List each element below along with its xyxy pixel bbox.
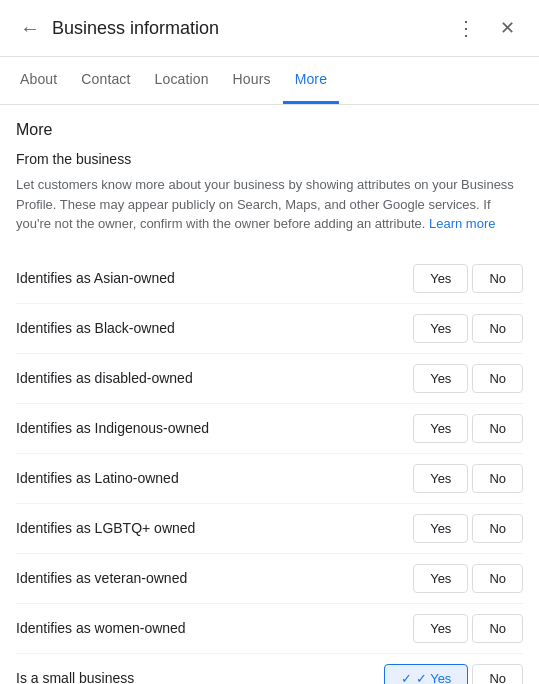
tab-hours[interactable]: Hours [221,57,283,104]
yes-button-veteran-owned[interactable]: Yes [413,564,468,593]
subsection-title: From the business [16,151,523,167]
header-actions [448,12,523,44]
more-options-button[interactable] [448,12,484,44]
attribute-row-indigenous-owned: Identifies as Indigenous-ownedYesNo [16,404,523,454]
description-text: Let customers know more about your busin… [16,175,523,234]
close-button[interactable] [492,13,523,43]
back-arrow-icon [20,17,40,40]
yes-button-black-owned[interactable]: Yes [413,314,468,343]
attribute-label-women-owned: Identifies as women-owned [16,620,186,636]
tabs-bar: About Contact Location Hours More [0,57,539,105]
button-group-latino-owned: YesNo [413,464,523,493]
attribute-label-black-owned: Identifies as Black-owned [16,320,175,336]
three-dot-icon [456,16,476,40]
no-button-black-owned[interactable]: No [472,314,523,343]
attribute-label-small-business: Is a small business [16,670,134,684]
button-group-women-owned: YesNo [413,614,523,643]
tab-contact[interactable]: Contact [69,57,142,104]
header: Business information [0,0,539,57]
attribute-label-latino-owned: Identifies as Latino-owned [16,470,179,486]
no-button-small-business[interactable]: No [472,664,523,685]
attribute-row-veteran-owned: Identifies as veteran-ownedYesNo [16,554,523,604]
tab-more[interactable]: More [283,57,339,104]
yes-button-women-owned[interactable]: Yes [413,614,468,643]
no-button-latino-owned[interactable]: No [472,464,523,493]
back-button[interactable] [16,13,44,44]
button-group-indigenous-owned: YesNo [413,414,523,443]
yes-button-indigenous-owned[interactable]: Yes [413,414,468,443]
no-button-women-owned[interactable]: No [472,614,523,643]
no-button-disabled-owned[interactable]: No [472,364,523,393]
button-group-small-business: ✓ YesNo [384,664,523,685]
page-title: Business information [52,18,448,39]
button-group-lgbtq-owned: YesNo [413,514,523,543]
section-title: More [16,121,523,139]
button-group-disabled-owned: YesNo [413,364,523,393]
no-button-indigenous-owned[interactable]: No [472,414,523,443]
button-group-asian-owned: YesNo [413,264,523,293]
attribute-label-indigenous-owned: Identifies as Indigenous-owned [16,420,209,436]
yes-button-lgbtq-owned[interactable]: Yes [413,514,468,543]
attribute-row-latino-owned: Identifies as Latino-ownedYesNo [16,454,523,504]
attributes-list: Identifies as Asian-ownedYesNoIdentifies… [16,254,523,685]
attribute-row-lgbtq-owned: Identifies as LGBTQ+ ownedYesNo [16,504,523,554]
attribute-row-black-owned: Identifies as Black-ownedYesNo [16,304,523,354]
button-group-black-owned: YesNo [413,314,523,343]
content-area: More From the business Let customers kno… [0,105,539,684]
attribute-row-small-business: Is a small business✓ YesNo [16,654,523,685]
yes-button-asian-owned[interactable]: Yes [413,264,468,293]
attribute-label-disabled-owned: Identifies as disabled-owned [16,370,193,386]
close-icon [500,17,515,39]
learn-more-link[interactable]: Learn more [429,216,495,231]
no-button-asian-owned[interactable]: No [472,264,523,293]
yes-button-disabled-owned[interactable]: Yes [413,364,468,393]
attribute-label-veteran-owned: Identifies as veteran-owned [16,570,187,586]
attribute-row-asian-owned: Identifies as Asian-ownedYesNo [16,254,523,304]
attribute-row-disabled-owned: Identifies as disabled-ownedYesNo [16,354,523,404]
attribute-label-lgbtq-owned: Identifies as LGBTQ+ owned [16,520,195,536]
yes-button-latino-owned[interactable]: Yes [413,464,468,493]
attribute-label-asian-owned: Identifies as Asian-owned [16,270,175,286]
attribute-row-women-owned: Identifies as women-ownedYesNo [16,604,523,654]
yes-button-small-business[interactable]: ✓ Yes [384,664,468,685]
button-group-veteran-owned: YesNo [413,564,523,593]
tab-location[interactable]: Location [143,57,221,104]
no-button-lgbtq-owned[interactable]: No [472,514,523,543]
no-button-veteran-owned[interactable]: No [472,564,523,593]
tab-about[interactable]: About [8,57,69,104]
